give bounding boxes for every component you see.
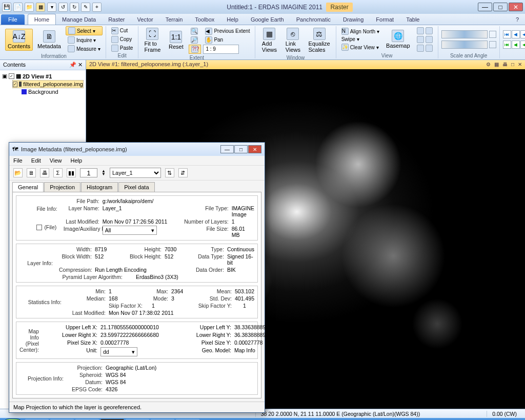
roam-button[interactable]: ◀ [512, 41, 520, 49]
dialog-maximize-button[interactable]: □ [234, 145, 248, 153]
file-tab[interactable]: File [1, 14, 25, 25]
view-tool-button[interactable] [415, 35, 435, 44]
tab-home[interactable]: Home [28, 14, 56, 25]
fit-frame-button[interactable]: ⛶Fit to Frame [142, 26, 163, 54]
previous-extent-button[interactable]: ◀Previous Extent [203, 27, 252, 35]
roam-button[interactable]: ⏮ [503, 30, 511, 38]
view-tool-button[interactable] [415, 27, 435, 35]
tab-pixel-data[interactable]: Pixel data [118, 182, 154, 192]
aux-select[interactable]: All▾ [103, 226, 157, 235]
print-icon[interactable]: 🖶 [40, 168, 49, 177]
angle-slider[interactable] [441, 41, 488, 49]
link-views-button[interactable]: ⎋Link Views [282, 26, 304, 54]
tab-google-earth[interactable]: Google Earth [245, 14, 290, 25]
contents-tree: ▣✓▦ 2D View #1 ✓ filtered_peloponese.img… [0, 70, 86, 97]
measure-button[interactable]: Measure ▾ [66, 45, 103, 53]
menu-view[interactable]: View [50, 157, 62, 164]
cut-button[interactable]: ✂Cut [109, 27, 135, 35]
align-north-button[interactable]: NAlign North ▾ [339, 27, 381, 35]
roam-button[interactable]: ◀ [512, 30, 520, 38]
dialog-minimize-button[interactable]: — [220, 145, 234, 153]
reset-button[interactable]: 1:1Reset [165, 29, 187, 51]
zoom-out-button[interactable]: 🔎 [189, 36, 201, 44]
menu-file[interactable]: File [13, 157, 23, 164]
view-tool-icon[interactable]: ⚙ [486, 62, 491, 67]
minimize-button[interactable]: — [478, 3, 492, 11]
view-tool-icon[interactable]: 🖶 [502, 62, 508, 67]
dialog-titlebar[interactable]: 🗺 Image Metadata (filtered_peloponese.im… [9, 143, 265, 156]
dialog-close-button[interactable]: ✕ [248, 145, 261, 153]
copy-button[interactable]: Copy [109, 35, 135, 44]
tab-help[interactable]: Help [220, 14, 245, 25]
tab-raster[interactable]: Raster [102, 14, 131, 25]
histogram-icon[interactable]: ▮▮ [67, 168, 76, 177]
close-icon[interactable]: ✕ [78, 62, 83, 68]
tree-background[interactable]: Background [22, 88, 84, 95]
help-icon[interactable]: ? [510, 14, 525, 25]
qat-icon[interactable]: 📁 [25, 3, 34, 12]
qat-icon[interactable]: 💾 [2, 3, 11, 12]
clear-view-button[interactable]: ✨Clear View ▾ [339, 43, 381, 51]
zoom-select-button[interactable]: ?!? [189, 45, 201, 54]
basemap-button[interactable]: 🌐Basemap [383, 28, 412, 50]
tab-format[interactable]: Format [370, 14, 400, 25]
tab-vector[interactable]: Vector [131, 14, 159, 25]
roam-button[interactable]: ⏮ [503, 41, 511, 49]
maximize-button[interactable]: □ [493, 3, 508, 11]
layer-spinner[interactable] [80, 168, 97, 177]
menu-edit[interactable]: Edit [31, 157, 41, 164]
open-icon[interactable]: 📂 [13, 168, 23, 177]
layer-select[interactable]: Layer_1 [110, 168, 161, 178]
sort-icon[interactable]: ⇵ [178, 168, 188, 177]
select-button[interactable]: Select ▾ [66, 26, 103, 35]
zoom-in-button[interactable]: 🔍 [189, 27, 201, 35]
window-controls: — □ ✕ [478, 3, 523, 11]
sigma-icon[interactable]: Σ [53, 168, 63, 177]
close-button[interactable]: ✕ [509, 3, 523, 11]
view-tool-button[interactable] [415, 44, 435, 52]
sort-icon[interactable]: ⇅ [165, 168, 174, 177]
equalize-scales-button[interactable]: ⚖Equalize Scales [306, 26, 332, 54]
metadata-button[interactable]: 🗎Metadata [35, 29, 64, 51]
group-label: View [381, 52, 393, 58]
new-icon[interactable]: 🗎 [27, 168, 36, 177]
inquire-button[interactable]: Inquire ▾ [66, 36, 103, 44]
metadata-dialog: 🗺 Image Metadata (filtered_peloponese.im… [9, 142, 265, 413]
scale-slider[interactable] [441, 30, 488, 38]
roam-button[interactable]: ◀ [520, 41, 525, 49]
tab-table[interactable]: Table [400, 14, 426, 25]
contents-button[interactable]: A↓ZContents [5, 29, 33, 51]
qat-icon[interactable]: + [92, 3, 102, 12]
file-checkbox[interactable] [36, 225, 42, 230]
tab-terrain[interactable]: Terrain [159, 14, 189, 25]
tree-layer[interactable]: ✓ filtered_peloponese.img [12, 80, 84, 88]
qat-icon[interactable]: ✎ [81, 3, 90, 12]
paste-button[interactable]: Paste [109, 44, 135, 52]
qat-icon[interactable]: ↻ [70, 3, 79, 12]
tab-manage-data[interactable]: Manage Data [56, 14, 102, 25]
tab-projection[interactable]: Projection [44, 182, 80, 192]
qat-dropdown-icon[interactable]: ▾ [47, 3, 56, 12]
context-tab: Raster [326, 3, 352, 12]
tab-panchromatic[interactable]: Panchromatic [290, 14, 337, 25]
scale-input[interactable] [203, 45, 239, 54]
tree-root[interactable]: ▣✓▦ 2D View #1 [2, 72, 84, 80]
qat-icon[interactable]: ↺ [58, 3, 68, 12]
add-views-button[interactable]: ▦Add Views [258, 26, 280, 54]
tab-toolbox[interactable]: Toolbox [189, 14, 220, 25]
tab-general[interactable]: General [12, 182, 44, 192]
swipe-button[interactable]: Swipe ▾ [339, 36, 381, 43]
qat-icon[interactable]: 📄 [13, 3, 23, 12]
qat-icon[interactable]: ▦ [36, 3, 45, 12]
unit-select[interactable]: dd▾ [100, 347, 137, 356]
view-maximize-icon[interactable]: □ [511, 62, 514, 67]
tab-histogram[interactable]: Histogram [81, 182, 118, 192]
pin-icon[interactable]: 📌 [69, 62, 76, 68]
view-tool-icon[interactable]: ▦ [494, 62, 499, 67]
pan-button[interactable]: ✋Pan [203, 36, 252, 44]
roam-button[interactable]: ◀ [520, 30, 525, 38]
view-close-icon[interactable]: ✕ [518, 62, 522, 67]
menu-help[interactable]: Help [71, 157, 83, 164]
tab-drawing[interactable]: Drawing [337, 14, 370, 25]
group-label: Scale and Angle [450, 52, 487, 58]
